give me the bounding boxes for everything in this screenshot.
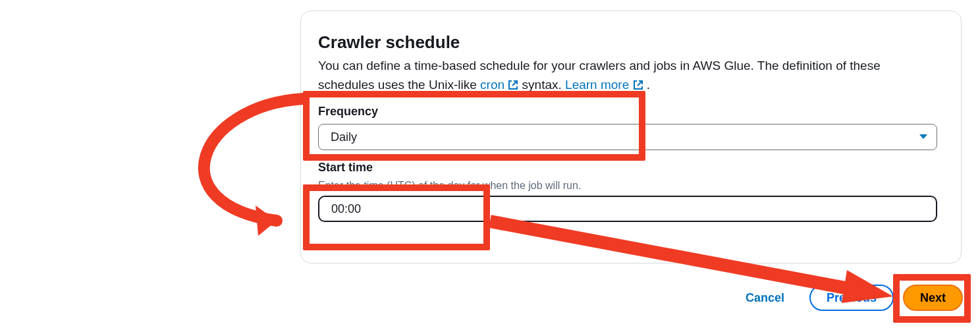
chevron-down-icon	[919, 134, 928, 140]
start-time-input[interactable]	[318, 196, 937, 222]
svg-marker-0	[256, 206, 277, 236]
learn-more-label: Learn more	[565, 78, 629, 92]
frequency-select[interactable]: Daily	[318, 124, 937, 150]
start-time-field: Start time Enter the time (UTC) of the d…	[318, 161, 937, 222]
panel-description: You can define a time-based schedule for…	[318, 57, 937, 94]
frequency-label: Frequency	[318, 105, 937, 119]
desc-text-end: .	[647, 78, 650, 92]
cron-link-label: cron	[480, 78, 504, 92]
start-time-help: Enter the time (UTC) of the day for when…	[318, 180, 937, 192]
desc-text-mid: syntax.	[522, 78, 565, 92]
cancel-button[interactable]: Cancel	[730, 285, 800, 311]
panel-title: Crawler schedule	[318, 32, 937, 53]
frequency-select-value: Daily	[318, 124, 937, 150]
start-time-label: Start time	[318, 161, 937, 175]
footer-buttons: Cancel Previous Next	[730, 285, 963, 311]
frequency-field: Frequency Daily	[318, 105, 937, 150]
learn-more-link[interactable]: Learn more	[565, 78, 647, 92]
external-link-icon	[633, 80, 643, 90]
crawler-schedule-panel: Crawler schedule You can define a time-b…	[300, 11, 962, 263]
next-button[interactable]: Next	[903, 285, 963, 311]
cron-link[interactable]: cron	[480, 78, 522, 92]
previous-button[interactable]: Previous	[809, 285, 894, 311]
external-link-icon	[508, 80, 518, 90]
annotation-arrow-frequency-to-start	[171, 92, 310, 237]
